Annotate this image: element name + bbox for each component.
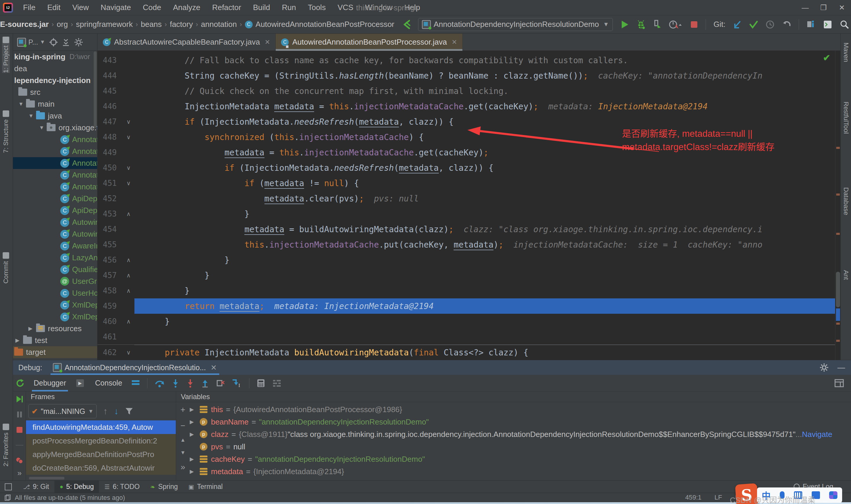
diff-viewer-button[interactable]: [807, 20, 816, 29]
variable-row[interactable]: ppvs=null: [190, 440, 851, 453]
toolwindow-tab-spring[interactable]: ❧Spring: [145, 481, 183, 493]
tree-row[interactable]: CApiDepe: [13, 204, 97, 216]
close-icon[interactable]: ✕: [265, 38, 270, 46]
drop-frame-icon[interactable]: [216, 379, 225, 388]
skin-palette-icon[interactable]: [829, 491, 837, 499]
tree-row[interactable]: CLazyAnn: [13, 252, 97, 264]
tree-row[interactable]: src: [13, 86, 97, 98]
toolwindow-tab-6-todo[interactable]: ☰6: TODO: [99, 481, 145, 493]
pause-button[interactable]: [13, 407, 26, 422]
tree-row[interactable]: CAnnotati: [13, 133, 97, 145]
more-icon[interactable]: »: [13, 465, 26, 481]
code-line[interactable]: 461: [97, 329, 835, 344]
expand-icon[interactable]: ▶: [190, 406, 200, 413]
close-icon[interactable]: ✕: [211, 363, 217, 372]
menu-item-analyze[interactable]: Analyze: [167, 3, 206, 12]
line-number[interactable]: 449: [97, 148, 123, 157]
code-line[interactable]: 458∧ }: [97, 283, 835, 299]
coverage-button[interactable]: [653, 20, 661, 29]
tree-row[interactable]: CAnnotati: [13, 181, 97, 193]
sidebar-stripe-structure[interactable]: 7: Structure: [2, 110, 10, 153]
code-line[interactable]: 452 metadata.clear(pvs); pvs: null: [97, 191, 835, 206]
line-number[interactable]: 447: [97, 117, 123, 126]
sidebar-stripe-commit[interactable]: Commit: [2, 252, 10, 284]
fold-marker-icon[interactable]: ∧: [123, 318, 134, 325]
expand-icon[interactable]: ▶: [190, 419, 200, 425]
breadcrumb-item[interactable]: org: [57, 20, 68, 29]
fold-marker-icon[interactable]: ∨: [123, 180, 134, 187]
layout-settings-icon[interactable]: [834, 379, 844, 387]
code-line[interactable]: 462∨ private InjectionMetadata buildAuto…: [97, 344, 835, 360]
tree-row[interactable]: CApiDepe: [13, 193, 97, 204]
code-line[interactable]: 451∨ if (metadata != null) {: [97, 176, 835, 191]
tree-collapsed-icon[interactable]: ▶: [29, 325, 36, 332]
menu-item-view[interactable]: View: [67, 3, 95, 12]
thread-selector[interactable]: ✔ "mai...NNING ▼: [29, 404, 97, 418]
code-line[interactable]: 450∨ if (InjectionMetadata.needsRefresh(…: [97, 160, 835, 176]
tree-row[interactable]: ▶test: [13, 335, 97, 346]
sidebar-stripe-favorites[interactable]: 2: Favorites: [2, 424, 10, 467]
tree-row[interactable]: CAnnotati: [13, 145, 97, 157]
toolwindow-tab-terminal[interactable]: ▣Terminal: [183, 481, 228, 493]
stripe-ant[interactable]: Ant: [842, 270, 850, 280]
expand-icon[interactable]: ▶: [190, 456, 200, 462]
tree-row[interactable]: ▼java: [13, 110, 97, 122]
menu-item-edit[interactable]: Edit: [41, 3, 67, 12]
toolwindow-tab-5-debug[interactable]: ●5: Debug: [54, 481, 99, 493]
frames-hscrollbar[interactable]: [29, 477, 65, 480]
tree-row[interactable]: CAutowiri: [13, 216, 97, 228]
code-line[interactable]: 455 this.injectionMetadataCache.put(cach…: [97, 237, 835, 252]
project-scrollbar[interactable]: [94, 51, 97, 128]
step-out-icon[interactable]: [201, 379, 209, 388]
line-number[interactable]: 445: [97, 87, 123, 95]
menu-item-tools[interactable]: Tools: [302, 3, 332, 12]
frame-up-icon[interactable]: ↑: [103, 406, 108, 416]
code-line[interactable]: 460∧ }: [97, 314, 835, 329]
hide-panel-icon[interactable]: —: [837, 363, 845, 372]
search-everywhere-icon[interactable]: [840, 20, 849, 29]
breadcrumb-item[interactable]: AutowiredAnnotationBeanPostProcessor: [256, 20, 395, 29]
fold-marker-icon[interactable]: ∨: [123, 118, 134, 125]
editor-tab[interactable]: CAbstractAutowireCapableBeanFactory.java…: [97, 34, 276, 51]
git-update-button[interactable]: [733, 20, 741, 29]
line-number[interactable]: 446: [97, 102, 123, 111]
line-number[interactable]: 450: [97, 163, 123, 172]
tree-expanded-icon[interactable]: ▼: [39, 125, 47, 131]
line-number[interactable]: 453: [97, 210, 123, 218]
run-configuration-select[interactable]: AnnotationDependencyInjectionResolutionD…: [418, 18, 613, 31]
tree-expanded-icon[interactable]: ▼: [29, 113, 36, 119]
terminal-button[interactable]: [823, 20, 832, 29]
line-number[interactable]: 459: [97, 302, 123, 310]
tree-row[interactable]: @UserGrou: [13, 275, 97, 287]
status-message[interactable]: All files are up-to-date (5 minutes ago): [15, 494, 125, 502]
gear-icon[interactable]: [74, 38, 83, 47]
force-step-into-icon[interactable]: [186, 379, 194, 388]
breadcrumb-item[interactable]: annotation: [201, 20, 237, 29]
menu-item-code[interactable]: Code: [137, 3, 167, 12]
debug-button[interactable]: [636, 20, 645, 29]
profiler-button[interactable]: [669, 20, 683, 29]
fold-marker-icon[interactable]: ∧: [123, 210, 134, 217]
git-commit-button[interactable]: [749, 20, 758, 29]
tree-row[interactable]: CAutowiri: [13, 228, 97, 240]
tree-collapsed-icon[interactable]: ▶: [15, 337, 23, 344]
line-number[interactable]: 448: [97, 133, 123, 142]
code-editor[interactable]: 443 // Fall back to class name as cache …: [97, 51, 835, 360]
frame-row[interactable]: doCreateBean:569, AbstractAutowir: [26, 461, 176, 475]
tree-row[interactable]: CQualifier: [13, 264, 97, 275]
variable-row[interactable]: ▶this={AutowiredAnnotationBeanPostProces…: [190, 403, 851, 416]
debug-session-tab[interactable]: AnnotationDependencyInjectionResolutio..…: [53, 360, 217, 375]
close-icon[interactable]: ✕: [452, 38, 457, 46]
variable-row[interactable]: ▶pclazz={Class@1911} "class org.xiaoge.t…: [190, 428, 851, 440]
breadcrumb-item[interactable]: springframework: [76, 20, 133, 29]
fold-marker-icon[interactable]: ∧: [123, 272, 134, 279]
code-line[interactable]: 446 InjectionMetadata metadata = this.in…: [97, 99, 835, 114]
tree-row[interactable]: dea: [13, 62, 97, 74]
run-button[interactable]: [620, 20, 629, 29]
tree-row[interactable]: king-in-springD:\wor: [13, 51, 97, 62]
maximize-icon[interactable]: ❐: [814, 0, 833, 15]
menu-item-refactor[interactable]: Refactor: [206, 3, 247, 12]
tab-debugger[interactable]: Debugger: [32, 376, 68, 390]
scrollbar-thumb[interactable]: [836, 272, 840, 307]
stop-button[interactable]: [13, 422, 26, 437]
